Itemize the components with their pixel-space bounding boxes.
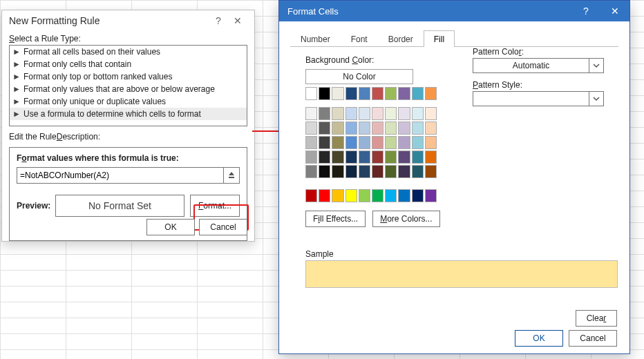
color-swatch[interactable] bbox=[345, 151, 357, 164]
color-swatch[interactable] bbox=[332, 122, 343, 135]
color-swatch[interactable] bbox=[385, 165, 397, 178]
dialog-titlebar[interactable]: New Formatting Rule ? ✕ bbox=[2, 10, 254, 31]
color-swatch[interactable] bbox=[345, 122, 357, 135]
color-swatch[interactable] bbox=[385, 87, 397, 100]
pattern-style-dropdown[interactable] bbox=[473, 91, 604, 106]
color-swatch[interactable] bbox=[372, 151, 383, 164]
color-swatch[interactable] bbox=[305, 165, 317, 178]
color-swatch[interactable] bbox=[425, 189, 437, 202]
color-swatch[interactable] bbox=[385, 136, 397, 149]
tab-font[interactable]: Font bbox=[341, 30, 378, 47]
color-swatch[interactable] bbox=[412, 189, 424, 202]
help-icon[interactable]: ? bbox=[571, 1, 600, 21]
formula-input[interactable] bbox=[17, 168, 223, 182]
color-swatch[interactable] bbox=[305, 87, 317, 100]
color-swatch[interactable] bbox=[319, 136, 330, 149]
color-swatch[interactable] bbox=[332, 189, 343, 202]
color-swatch[interactable] bbox=[359, 151, 370, 164]
color-swatch[interactable] bbox=[398, 136, 410, 149]
color-swatch[interactable] bbox=[359, 165, 370, 178]
color-swatch[interactable] bbox=[412, 107, 424, 120]
color-swatch[interactable] bbox=[425, 107, 437, 120]
color-swatch[interactable] bbox=[372, 189, 383, 202]
color-swatch[interactable] bbox=[425, 151, 437, 164]
color-swatch[interactable] bbox=[412, 122, 424, 135]
color-swatch[interactable] bbox=[359, 189, 370, 202]
rule-type-item[interactable]: ►Format only values that are above or be… bbox=[10, 83, 247, 95]
color-swatch[interactable] bbox=[359, 107, 370, 120]
color-swatch[interactable] bbox=[345, 87, 357, 100]
color-swatch[interactable] bbox=[359, 122, 370, 135]
color-swatch[interactable] bbox=[319, 189, 330, 202]
color-swatch[interactable] bbox=[305, 189, 317, 202]
color-swatch[interactable] bbox=[332, 165, 343, 178]
color-swatch[interactable] bbox=[319, 165, 330, 178]
more-colors-button[interactable]: More Colors... bbox=[372, 211, 439, 227]
color-swatch[interactable] bbox=[398, 107, 410, 120]
color-swatch[interactable] bbox=[305, 107, 317, 120]
color-swatch[interactable] bbox=[359, 87, 370, 100]
help-icon[interactable]: ? bbox=[209, 15, 228, 26]
color-swatch[interactable] bbox=[345, 136, 357, 149]
color-swatch[interactable] bbox=[398, 151, 410, 164]
rule-type-item[interactable]: ►Format only cells that contain bbox=[10, 58, 247, 70]
color-swatch[interactable] bbox=[305, 151, 317, 164]
rule-type-list[interactable]: ►Format all cells based on their values►… bbox=[9, 45, 247, 126]
ok-button[interactable]: OK bbox=[515, 330, 563, 347]
tab-number[interactable]: Number bbox=[290, 30, 341, 47]
color-swatch[interactable] bbox=[332, 87, 343, 100]
rule-type-item[interactable]: ►Format only unique or duplicate values bbox=[10, 95, 247, 108]
cancel-button[interactable]: Cancel bbox=[199, 219, 247, 235]
color-swatch[interactable] bbox=[372, 122, 383, 135]
color-swatch[interactable] bbox=[385, 151, 397, 164]
rule-type-item[interactable]: ►Use a formula to determine which cells … bbox=[10, 108, 247, 120]
color-swatch[interactable] bbox=[385, 107, 397, 120]
color-swatch[interactable] bbox=[372, 107, 383, 120]
color-swatch[interactable] bbox=[345, 107, 357, 120]
format-button[interactable]: Format... bbox=[190, 195, 240, 217]
color-swatch[interactable] bbox=[305, 136, 317, 149]
color-swatch[interactable] bbox=[425, 136, 437, 149]
cancel-button[interactable]: Cancel bbox=[569, 330, 617, 347]
rule-type-item[interactable]: ►Format only top or bottom ranked values bbox=[10, 70, 247, 83]
color-swatch[interactable] bbox=[372, 87, 383, 100]
ok-button[interactable]: OK bbox=[146, 219, 195, 235]
color-swatch[interactable] bbox=[332, 136, 343, 149]
color-swatch[interactable] bbox=[398, 122, 410, 135]
tab-border[interactable]: Border bbox=[378, 30, 424, 47]
color-swatch[interactable] bbox=[385, 122, 397, 135]
fill-effects-button[interactable]: Fill Effects... bbox=[305, 211, 366, 227]
color-swatch[interactable] bbox=[332, 151, 343, 164]
color-swatch[interactable] bbox=[372, 165, 383, 178]
color-swatch[interactable] bbox=[345, 165, 357, 178]
close-icon[interactable]: ✕ bbox=[228, 15, 247, 26]
color-swatch[interactable] bbox=[372, 136, 383, 149]
color-swatch[interactable] bbox=[319, 122, 330, 135]
color-swatch[interactable] bbox=[412, 136, 424, 149]
color-swatch[interactable] bbox=[319, 87, 330, 100]
color-swatch[interactable] bbox=[412, 165, 424, 178]
close-icon[interactable]: ✕ bbox=[600, 1, 629, 21]
color-swatch[interactable] bbox=[319, 107, 330, 120]
color-swatch[interactable] bbox=[398, 189, 410, 202]
collapse-dialog-icon[interactable] bbox=[223, 168, 239, 183]
color-swatch[interactable] bbox=[359, 136, 370, 149]
color-swatch[interactable] bbox=[398, 87, 410, 100]
rule-type-item[interactable]: ►Format all cells based on their values bbox=[10, 46, 247, 58]
clear-button[interactable]: Clear bbox=[576, 310, 617, 327]
color-swatch[interactable] bbox=[332, 107, 343, 120]
color-swatch[interactable] bbox=[319, 151, 330, 164]
color-swatch[interactable] bbox=[345, 189, 357, 202]
no-color-button[interactable]: No Color bbox=[305, 69, 413, 84]
tab-fill[interactable]: Fill bbox=[424, 30, 455, 47]
color-swatch[interactable] bbox=[412, 87, 424, 100]
color-swatch[interactable] bbox=[425, 165, 437, 178]
color-swatch[interactable] bbox=[305, 122, 317, 135]
color-swatch[interactable] bbox=[412, 151, 424, 164]
dialog-titlebar[interactable]: Format Cells ? ✕ bbox=[279, 1, 629, 21]
pattern-color-dropdown[interactable]: Automatic bbox=[473, 58, 604, 73]
color-swatch[interactable] bbox=[425, 87, 437, 100]
color-swatch[interactable] bbox=[385, 189, 397, 202]
color-swatch[interactable] bbox=[425, 122, 437, 135]
color-swatch[interactable] bbox=[398, 165, 410, 178]
